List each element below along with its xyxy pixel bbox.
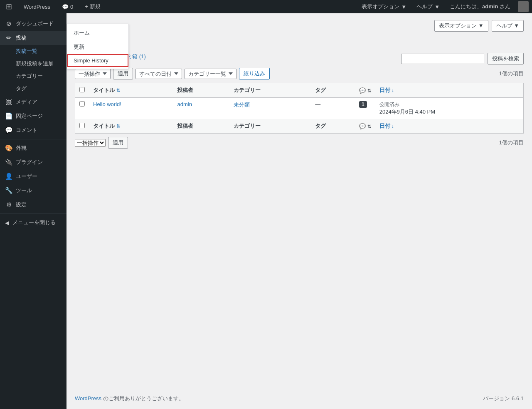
th-category-label: カテゴリー bbox=[234, 87, 261, 93]
select-all-bottom-checkbox[interactable] bbox=[79, 123, 85, 128]
comments-menu[interactable]: 💬 0 bbox=[59, 0, 76, 13]
tfoot-title-sort[interactable]: ⇅ bbox=[116, 124, 120, 129]
apply-label-top: 適用 bbox=[118, 70, 128, 77]
comments-sort-icon[interactable]: ⇅ bbox=[367, 88, 371, 93]
tfoot-checkbox bbox=[75, 119, 89, 134]
post-date-value: 2024年9月6日 4:40 PM bbox=[379, 108, 519, 116]
tfoot-comments-sort[interactable]: ⇅ bbox=[367, 124, 371, 129]
footer-thanks: WordPress のご利用ありがとうございます。 bbox=[75, 395, 184, 402]
tfoot-title: タイトル ⇅ bbox=[89, 119, 173, 134]
sidebar-item-comments-label: コメント bbox=[16, 126, 37, 134]
th-category: カテゴリー bbox=[229, 83, 311, 98]
row-tags-cell: — bbox=[311, 98, 355, 119]
sidebar-item-tools-label: ツール bbox=[16, 187, 32, 194]
bulk-action-select[interactable]: 一括操作 bbox=[75, 69, 111, 79]
items-count-bottom: 1個の項目 bbox=[499, 139, 524, 146]
top-bar: 表示オプション ▼ ヘルプ ▼ bbox=[75, 20, 524, 32]
pages-icon: 📄 bbox=[5, 112, 12, 120]
tfoot-author-label: 投稿者 bbox=[177, 123, 193, 129]
posts-table: タイトル ⇅ 投稿者 カテゴリー タグ 💬 bbox=[75, 83, 524, 134]
sidebar-item-dashboard[interactable]: ⊘ ダッシュボード bbox=[0, 17, 66, 31]
search-button[interactable]: 投稿を検索 bbox=[488, 53, 524, 64]
tfoot-date-label: 日付 bbox=[379, 123, 390, 129]
display-options-top-btn[interactable]: 表示オプション ▼ bbox=[434, 20, 488, 32]
th-checkbox bbox=[75, 83, 89, 98]
date-filter-select[interactable]: すべての日付 bbox=[135, 69, 182, 79]
sidebar-item-pages[interactable]: 📄 固定ページ bbox=[0, 109, 66, 123]
close-menu-label: メニューを閉じる bbox=[12, 219, 56, 226]
select-all-checkbox[interactable] bbox=[79, 87, 85, 92]
post-category-link[interactable]: 未分類 bbox=[234, 102, 250, 108]
dropdown-simple-history[interactable]: Simple History bbox=[67, 54, 128, 67]
apply-button-top[interactable]: 適用 bbox=[113, 68, 133, 79]
footer-version: バージョン 6.6.1 bbox=[483, 395, 524, 402]
tfoot-date-sort[interactable]: ↓ bbox=[392, 124, 394, 129]
sidebar-item-comments[interactable]: 💬 コメント bbox=[0, 123, 66, 137]
post-title-link[interactable]: Hello world! bbox=[93, 101, 121, 107]
sidebar-subitem-posts-list[interactable]: 投稿一覧 bbox=[0, 45, 66, 57]
dropdown-home[interactable]: ホーム bbox=[67, 26, 128, 40]
sidebar-subitem-add-post[interactable]: 新規投稿を追加 bbox=[0, 57, 66, 70]
bulk-action-select-bottom[interactable]: 一括操作 bbox=[75, 139, 106, 147]
display-options-arrow: ▼ bbox=[401, 4, 406, 10]
users-icon: 👤 bbox=[5, 173, 12, 180]
wp-logo-menu[interactable]: ⊞ bbox=[3, 0, 15, 13]
sidebar-item-dashboard-label: ダッシュボード bbox=[16, 20, 54, 27]
search-box: 投稿を検索 bbox=[401, 53, 524, 64]
footer-wp-link[interactable]: WordPress bbox=[75, 395, 101, 402]
row-date-cell: 公開済み 2024年9月6日 4:40 PM bbox=[375, 98, 524, 119]
help-btn[interactable]: ヘルプ ▼ bbox=[414, 0, 442, 13]
tools-icon: 🔧 bbox=[5, 187, 12, 194]
sidebar-item-appearance[interactable]: 🎨 外観 bbox=[0, 141, 66, 155]
sidebar-item-tools[interactable]: 🔧 ツール bbox=[0, 183, 66, 198]
posts-icon: ✏ bbox=[5, 34, 12, 42]
row-checkbox[interactable] bbox=[79, 101, 85, 107]
sidebar-item-plugins-label: プラグイン bbox=[16, 159, 43, 166]
settings-icon: ⚙ bbox=[5, 201, 12, 208]
sidebar-subitem-categories[interactable]: カテゴリー bbox=[0, 70, 66, 82]
sidebar-item-users[interactable]: 👤 ユーザー bbox=[0, 169, 66, 183]
new-content-label: + 新規 bbox=[85, 3, 100, 10]
site-name-menu[interactable]: WordPress bbox=[21, 0, 53, 13]
title-sort-icon[interactable]: ⇅ bbox=[116, 88, 120, 93]
filter-button[interactable]: 絞り込み bbox=[239, 68, 270, 79]
sidebar-item-settings[interactable]: ⚙ 設定 bbox=[0, 198, 66, 212]
main-content: 表示オプション ▼ ヘルプ ▼ 投稿 新規追加 投稿を検索 bbox=[66, 13, 532, 409]
row-title-cell: Hello world! bbox=[89, 98, 173, 119]
category-filter-select[interactable]: カテゴリー一覧 bbox=[185, 69, 236, 79]
new-content-menu[interactable]: + 新規 bbox=[82, 0, 103, 13]
search-input[interactable] bbox=[401, 54, 484, 64]
th-title-label: タイトル bbox=[93, 87, 115, 93]
sidebar-item-users-label: ユーザー bbox=[16, 173, 37, 180]
th-tags-label: タグ bbox=[315, 87, 326, 93]
dashboard-dropdown: ホーム 更新 Simple History bbox=[66, 24, 129, 69]
date-sort-icon[interactable]: ↓ bbox=[392, 88, 394, 93]
content-wrap: 表示オプション ▼ ヘルプ ▼ 投稿 新規追加 投稿を検索 bbox=[66, 13, 532, 157]
post-author-link[interactable]: admin bbox=[177, 101, 192, 107]
help-top-btn[interactable]: ヘルプ ▼ bbox=[492, 20, 524, 32]
user-greeting[interactable]: こんにちは、admin さん bbox=[447, 0, 513, 13]
th-author: 投稿者 bbox=[173, 83, 229, 98]
user-avatar[interactable] bbox=[518, 1, 529, 12]
dropdown-updates[interactable]: 更新 bbox=[67, 40, 128, 54]
categories-label: カテゴリー bbox=[16, 72, 43, 80]
sidebar-item-posts[interactable]: ✏ 投稿 bbox=[0, 31, 66, 45]
close-menu-btn[interactable]: ◀ メニューを閉じる bbox=[0, 216, 66, 230]
admin-bar: ⊞ WordPress 💬 0 + 新規 表示オプション ▼ ヘルプ ▼ こんに… bbox=[0, 0, 532, 13]
items-count-top: 1個の項目 bbox=[499, 70, 524, 77]
sidebar-item-plugins[interactable]: 🔌 プラグイン bbox=[0, 155, 66, 169]
display-options-btn[interactable]: 表示オプション ▼ bbox=[359, 0, 409, 13]
sidebar-subitem-tags[interactable]: タグ bbox=[0, 82, 66, 95]
tfoot-tags-label: タグ bbox=[315, 123, 326, 129]
help-arrow: ▼ bbox=[434, 4, 440, 10]
apply-button-bottom[interactable]: 適用 bbox=[108, 137, 128, 149]
sidebar: ⊘ ダッシュボード ✏ 投稿 投稿一覧 新規投稿を追加 カテゴリー タグ 🖼 メ… bbox=[0, 13, 66, 409]
sidebar-item-media[interactable]: 🖼 メディア bbox=[0, 95, 66, 109]
subnav-area: 投稿を検索 すべて | 公開済み | ゴミ箱 (1) bbox=[75, 53, 524, 68]
row-category-cell: 未分類 bbox=[229, 98, 311, 119]
comment-col-icon: 💬 bbox=[359, 87, 366, 94]
comments-count: 0 bbox=[70, 4, 73, 10]
posts-list-label: 投稿一覧 bbox=[16, 47, 37, 55]
help-top-label: ヘルプ ▼ bbox=[496, 22, 519, 30]
comments-badge[interactable]: 1 bbox=[359, 101, 367, 108]
